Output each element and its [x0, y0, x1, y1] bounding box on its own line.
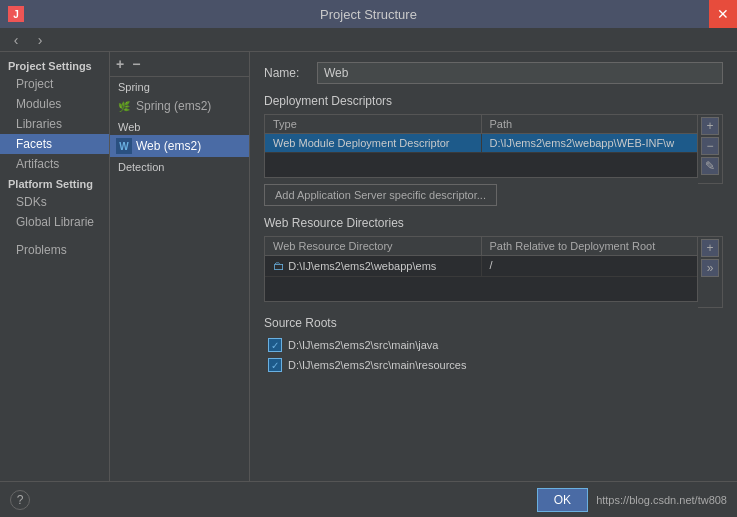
spring-group-label: Spring	[110, 77, 249, 95]
spring-ems2-item[interactable]: 🌿 Spring (ems2)	[110, 95, 249, 117]
add-facet-button[interactable]: +	[116, 56, 124, 72]
url-text: https://blog.csdn.net/tw808	[596, 494, 727, 506]
bottom-bar: ? OK https://blog.csdn.net/tw808	[0, 481, 737, 517]
name-field-row: Name:	[264, 62, 723, 84]
middle-panel: + − Spring 🌿 Spring (ems2) Web W Web (em…	[110, 52, 250, 481]
project-settings-label: Project Settings	[0, 56, 109, 74]
sidebar-item-sdks[interactable]: SDKs	[0, 192, 109, 212]
deployment-table-wrapper: Type Path Web Module Deployment Descript…	[264, 114, 723, 184]
source-root-label-0: D:\IJ\ems2\ems2\src\main\java	[288, 339, 438, 351]
web-resource-table-row[interactable]: 🗀 D:\IJ\ems2\ems2\webapp\ems /	[265, 256, 697, 277]
ok-button[interactable]: OK	[537, 488, 588, 512]
web-item-label: Web (ems2)	[136, 139, 201, 153]
source-roots-title: Source Roots	[264, 316, 723, 330]
close-button[interactable]: ✕	[709, 0, 737, 28]
forward-button[interactable]: ›	[32, 32, 48, 48]
web-resource-table-container: Web Resource Directory Path Relative to …	[264, 236, 698, 302]
name-input[interactable]	[317, 62, 723, 84]
add-descriptor-button[interactable]: Add Application Server specific descript…	[264, 184, 497, 206]
help-button[interactable]: ?	[10, 490, 30, 510]
deployment-table-row[interactable]: Web Module Deployment Descriptor D:\IJ\e…	[265, 134, 697, 153]
web-resource-table: Web Resource Directory Path Relative to …	[264, 236, 698, 308]
platform-settings-label: Platform Setting	[0, 174, 109, 192]
deployment-table: Type Path Web Module Deployment Descript…	[264, 114, 698, 184]
deployment-table-container: Type Path Web Module Deployment Descript…	[264, 114, 698, 178]
web-resource-table-wrapper: Web Resource Directory Path Relative to …	[264, 236, 723, 308]
nav-bar: ‹ ›	[0, 28, 737, 52]
web-path-cell: /	[482, 256, 698, 276]
sidebar-item-artifacts[interactable]: Artifacts	[0, 154, 109, 174]
remove-deployment-button[interactable]: −	[701, 137, 719, 155]
scroll-right-button[interactable]: »	[701, 259, 719, 277]
checkmark-icon-0: ✓	[271, 340, 279, 351]
source-root-row-0[interactable]: ✓ D:\IJ\ems2\ems2\src\main\java	[264, 336, 723, 354]
sidebar-item-global-libraries[interactable]: Global Librarie	[0, 212, 109, 232]
web-module-icon: W	[116, 138, 132, 154]
spring-item-label: Spring (ems2)	[136, 99, 211, 113]
sidebar-item-facets[interactable]: Facets	[0, 134, 109, 154]
edit-deployment-button[interactable]: ✎	[701, 157, 719, 175]
title-bar: J Project Structure ✕	[0, 0, 737, 28]
web-resource-title: Web Resource Directories	[264, 216, 723, 230]
content-panel: Name: Deployment Descriptors Type Path W…	[250, 52, 737, 481]
deployment-type-cell: Web Module Deployment Descriptor	[265, 134, 482, 152]
source-root-checkbox-0[interactable]: ✓	[268, 338, 282, 352]
web-path-col-header: Path Relative to Deployment Root	[482, 237, 698, 255]
checkmark-icon-1: ✓	[271, 360, 279, 371]
sidebar-item-problems[interactable]: Problems	[0, 240, 109, 260]
add-web-resource-button[interactable]: +	[701, 239, 719, 257]
folder-icon: 🗀	[273, 259, 288, 273]
sidebar-item-modules[interactable]: Modules	[0, 94, 109, 114]
detection-label: Detection	[110, 157, 249, 175]
deployment-path-cell: D:\IJ\ems2\ems2\webapp\WEB-INF\w	[482, 134, 698, 152]
sidebar: Project Settings Project Modules Librari…	[0, 52, 110, 481]
type-col-header: Type	[265, 115, 482, 133]
web-resource-table-header: Web Resource Directory Path Relative to …	[265, 237, 697, 256]
web-resource-empty-row	[265, 277, 697, 301]
sidebar-item-libraries[interactable]: Libraries	[0, 114, 109, 134]
web-dir-col-header: Web Resource Directory	[265, 237, 482, 255]
app-logo: J	[8, 6, 24, 22]
main-layout: Project Settings Project Modules Librari…	[0, 52, 737, 481]
deployment-descriptors-title: Deployment Descriptors	[264, 94, 723, 108]
web-dir-cell: 🗀 D:\IJ\ems2\ems2\webapp\ems	[265, 256, 482, 276]
deployment-table-header: Type Path	[265, 115, 697, 134]
deployment-empty-row	[265, 153, 697, 177]
source-root-label-1: D:\IJ\ems2\ems2\src\main\resources	[288, 359, 467, 371]
name-label: Name:	[264, 66, 309, 80]
remove-facet-button[interactable]: −	[132, 56, 140, 72]
middle-toolbar: + −	[110, 52, 249, 77]
web-group-label: Web	[110, 117, 249, 135]
sidebar-item-project[interactable]: Project	[0, 74, 109, 94]
path-col-header: Path	[482, 115, 698, 133]
bottom-right: OK https://blog.csdn.net/tw808	[537, 488, 727, 512]
spring-icon: 🌿	[116, 98, 132, 114]
source-root-checkbox-1[interactable]: ✓	[268, 358, 282, 372]
add-deployment-button[interactable]: +	[701, 117, 719, 135]
web-ems2-item[interactable]: W Web (ems2)	[110, 135, 249, 157]
window-title: Project Structure	[320, 7, 417, 22]
source-root-row-1[interactable]: ✓ D:\IJ\ems2\ems2\src\main\resources	[264, 356, 723, 374]
web-dir-value: D:\IJ\ems2\ems2\webapp\ems	[288, 260, 436, 272]
back-button[interactable]: ‹	[8, 32, 24, 48]
